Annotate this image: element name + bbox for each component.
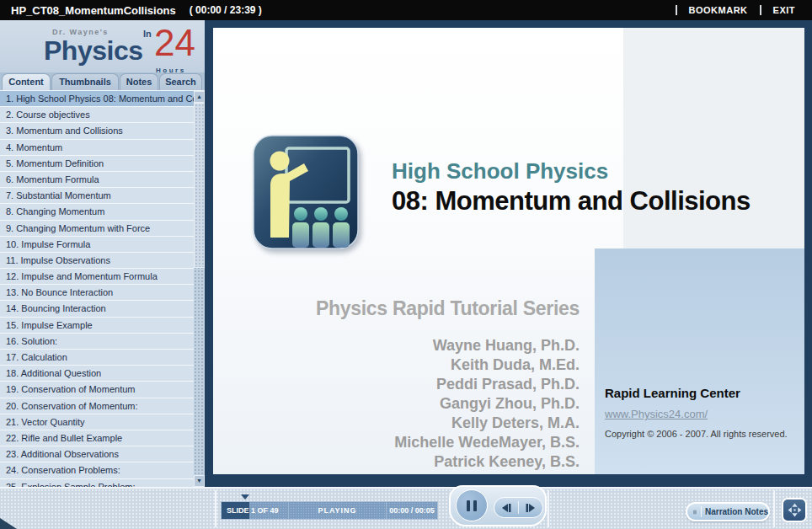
- footer-divider: [215, 490, 216, 527]
- logo-24: 24: [154, 22, 195, 64]
- tab-search[interactable]: Search: [159, 73, 202, 90]
- author-line: Wayne Huang, Ph.D.: [323, 336, 580, 355]
- toc-item[interactable]: 3. Momentum and Collisions: [0, 123, 194, 139]
- next-icon: [525, 503, 537, 513]
- toc-item[interactable]: 23. Additional Observations: [0, 446, 194, 462]
- panel-heading: Rapid Learning Center: [605, 386, 796, 400]
- tab-thumbnails[interactable]: Thumbnails: [51, 73, 119, 90]
- author-line: Gangyi Zhou, Ph.D.: [323, 394, 580, 414]
- website-link[interactable]: www.Physics24.com/: [605, 408, 708, 420]
- toc-item[interactable]: 18. Additional Question: [0, 366, 194, 382]
- toc-item[interactable]: 20. Conservation of Momentum:: [0, 398, 194, 414]
- previous-slide-button[interactable]: [494, 498, 518, 517]
- divider: [676, 5, 677, 15]
- sidebar-tabbar: ContentThumbnailsNotesSearch: [0, 72, 205, 91]
- tab-content[interactable]: Content: [2, 73, 51, 90]
- progress-marker[interactable]: [241, 494, 249, 500]
- toc-item[interactable]: 14. Bouncing Interaction: [0, 301, 194, 317]
- footer-divider: [773, 490, 775, 527]
- course-file-title: HP_CT08_MomentumCollisions: [11, 4, 176, 17]
- info-panel: Rapid Learning Center www.Physics24.com/…: [595, 248, 804, 474]
- title-bar: HP_CT08_MomentumCollisions ( 00:00 / 23:…: [0, 0, 812, 20]
- fullscreen-icon: [788, 503, 802, 517]
- author-line: Peddi Prasad, Ph.D.: [323, 375, 580, 394]
- course-label: High School Physics: [392, 158, 608, 184]
- toc-item[interactable]: 17. Calculation: [0, 350, 194, 366]
- toc-item[interactable]: 10. Impulse Formula: [0, 237, 194, 253]
- bookmark-button[interactable]: BOOKMARK: [689, 5, 748, 15]
- scroll-down-button[interactable]: ▼: [194, 475, 205, 487]
- playback-status: PLAYING: [289, 502, 387, 519]
- toc-list: 1. High School Physics 08: Momentum and …: [0, 91, 194, 487]
- logo-hours-word: Hours: [156, 67, 186, 72]
- slide-canvas: Rapid Learning Center www.Physics24.com/…: [213, 28, 804, 474]
- previous-icon: [500, 503, 512, 513]
- toc-item[interactable]: 22. Rifle and Bullet Example: [0, 430, 194, 446]
- toc-item[interactable]: 11. Impulse Observations: [0, 253, 194, 269]
- next-slide-button[interactable]: [519, 498, 542, 517]
- total-time-display: ( 00:00 / 23:39 ): [190, 4, 262, 16]
- toc-item[interactable]: 15. Impulse Example: [0, 318, 194, 334]
- toc-item[interactable]: 12. Impulse and Momentum Formula: [0, 269, 194, 285]
- toc-item[interactable]: 25. Explosion Sample Problem:: [0, 479, 194, 488]
- toc-item[interactable]: 21. Vector Quantity: [0, 414, 194, 430]
- toc-item[interactable]: 5. Momentum Definition: [0, 156, 194, 172]
- slide-title: 08: Momentum and Collisions: [392, 186, 751, 216]
- playback-controls: [449, 485, 547, 526]
- pause-button[interactable]: [456, 489, 488, 521]
- author-line: Keith Duda, M.Ed.: [323, 355, 580, 375]
- toc-item[interactable]: 7. Substantial Momentum: [0, 188, 194, 204]
- footer-divider: [548, 490, 549, 527]
- toc-item[interactable]: 24. Conservation Problems:: [0, 462, 194, 478]
- toc-item[interactable]: 9. Changing Momentum with Force: [0, 221, 194, 237]
- slide-counter: SLIDE 1 OF 49: [222, 502, 289, 519]
- toc-item[interactable]: 6. Momentum Formula: [0, 172, 194, 188]
- pause-icon: [473, 500, 477, 511]
- series-subtitle: Physics Rapid Tutorial Series: [264, 297, 580, 320]
- exit-button[interactable]: EXIT: [773, 5, 795, 15]
- slide-stage-frame: Rapid Learning Center www.Physics24.com/…: [205, 20, 812, 487]
- author-line: Kelly Deters, M.A.: [323, 414, 580, 433]
- toc-scrollbar[interactable]: ▲ ▼: [194, 91, 205, 487]
- narration-notes-label: Narration Notes: [705, 507, 768, 516]
- toc-item[interactable]: 8. Changing Momentum: [0, 204, 194, 220]
- notes-icon: [693, 506, 697, 518]
- course-player-window: HP_CT08_MomentumCollisions ( 00:00 / 23:…: [0, 0, 812, 529]
- toc-item[interactable]: 4. Momentum: [0, 140, 194, 156]
- toc-item[interactable]: 16. Solution:: [0, 334, 194, 350]
- fullscreen-button[interactable]: [782, 498, 807, 522]
- pause-icon: [467, 500, 470, 511]
- toc-item[interactable]: 19. Conservation of Momentum: [0, 382, 194, 398]
- copyright-text: Copyright © 2006 - 2007. All rights rese…: [605, 429, 796, 439]
- presenter-icon: [253, 135, 359, 249]
- divider: [760, 5, 761, 15]
- author-line: Michelle WedeMayer, B.S.: [323, 433, 580, 452]
- scroll-up-button[interactable]: ▲: [194, 91, 205, 103]
- author-line: Patrick Keeney, B.S.: [323, 452, 580, 472]
- corner-decoration: [0, 518, 17, 529]
- toc-item[interactable]: 1. High School Physics 08: Momentum and …: [0, 91, 194, 107]
- authors-list: Wayne Huang, Ph.D.Keith Duda, M.Ed.Peddi…: [323, 336, 580, 472]
- brand-logo: Dr. Wayne's Physics In 24 Hours: [0, 20, 205, 72]
- tab-notes[interactable]: Notes: [120, 73, 158, 90]
- toc-item[interactable]: 2. Course objectives: [0, 107, 194, 123]
- time-display: 00:00 / 00:05: [387, 502, 437, 519]
- toc-item[interactable]: 13. No Bounce Interaction: [0, 285, 194, 301]
- logo-in-word: In: [143, 29, 152, 39]
- logo-wordmark: Physics: [44, 35, 142, 67]
- progress-bar[interactable]: SLIDE 1 OF 49 PLAYING 00:00 / 00:05: [221, 501, 438, 520]
- prev-next-group: [494, 497, 543, 518]
- narration-notes-button[interactable]: Narration Notes: [686, 502, 770, 521]
- scrollbar-thumb[interactable]: [194, 103, 205, 268]
